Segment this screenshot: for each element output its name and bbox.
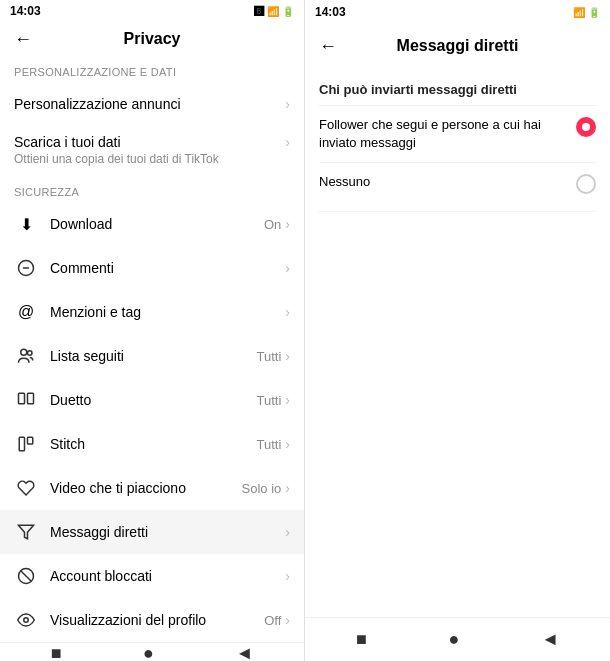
menu-item-visualizzazioni[interactable]: Visualizzazioni del profilo Off › xyxy=(0,598,304,642)
bottom-nav-left: ■ ● ◄ xyxy=(0,642,304,661)
nav-back-right[interactable]: ◄ xyxy=(541,629,559,650)
chevron-icon: › xyxy=(285,524,290,540)
radio-unselected-indicator xyxy=(576,174,596,194)
chevron-icon: › xyxy=(285,612,290,628)
menzioni-label: Menzioni e tag xyxy=(50,304,285,320)
right-header: ← Messaggi diretti xyxy=(305,24,610,68)
svg-marker-8 xyxy=(19,525,34,539)
right-panel: 14:03 📶 🔋 ← Messaggi diretti Chi può inv… xyxy=(305,0,610,661)
chevron-icon: › xyxy=(285,304,290,320)
stitch-label: Stitch xyxy=(50,436,257,452)
svg-rect-5 xyxy=(28,393,34,404)
lista-seguiti-value: Tutti xyxy=(257,349,282,364)
stitch-value: Tutti xyxy=(257,437,282,452)
chevron-icon: › xyxy=(285,436,290,452)
download-icon: ⬇ xyxy=(14,212,38,236)
menu-item-scarica[interactable]: Scarica i tuoi dati › Ottieni una copia … xyxy=(0,126,304,176)
svg-rect-6 xyxy=(19,437,24,451)
svg-rect-4 xyxy=(19,393,25,404)
nessuno-option-label: Nessuno xyxy=(319,173,566,191)
menu-item-lista-seguiti[interactable]: Lista seguiti Tutti › xyxy=(0,334,304,378)
status-bar-left: 14:03 🅱 📶 🔋 xyxy=(0,0,304,22)
menzioni-icon: @ xyxy=(14,300,38,324)
stitch-icon xyxy=(14,432,38,456)
video-piaciuti-icon xyxy=(14,476,38,500)
duetto-label: Duetto xyxy=(50,392,257,408)
lista-seguiti-icon xyxy=(14,344,38,368)
menu-item-duetto[interactable]: Duetto Tutti › xyxy=(0,378,304,422)
account-bloccati-icon xyxy=(14,564,38,588)
duetto-value: Tutti xyxy=(257,393,282,408)
bottom-nav-right: ■ ● ◄ xyxy=(305,617,610,661)
svg-rect-7 xyxy=(28,437,33,444)
messaggi-diretti-icon xyxy=(14,520,38,544)
section-personalization-label: PERSONALIZZAZIONE E DATI xyxy=(0,56,304,82)
menu-item-messaggi-diretti[interactable]: Messaggi diretti › xyxy=(0,510,304,554)
nav-back-left[interactable]: ◄ xyxy=(235,643,253,661)
right-section-title: Chi può inviarti messaggi diretti xyxy=(305,68,610,105)
chevron-icon: › xyxy=(285,568,290,584)
svg-line-10 xyxy=(21,571,32,582)
account-bloccati-label: Account bloccati xyxy=(50,568,285,584)
follower-option-label: Follower che segui e persone a cui hai i… xyxy=(319,116,566,152)
radio-option-nessuno[interactable]: Nessuno xyxy=(305,163,610,211)
menu-item-video-piaciuti[interactable]: Video che ti piacciono Solo io › xyxy=(0,466,304,510)
menu-item-download[interactable]: ⬇ Download On › xyxy=(0,202,304,246)
visualizzazioni-value: Off xyxy=(264,613,281,628)
section-security-label: SICUREZZA xyxy=(0,176,304,202)
messaggi-diretti-label: Messaggi diretti xyxy=(50,524,285,540)
visualizzazioni-icon xyxy=(14,608,38,632)
left-panel: 14:03 🅱 📶 🔋 ← Privacy PERSONALIZZAZIONE … xyxy=(0,0,305,661)
commenti-icon xyxy=(14,256,38,280)
nav-square-left[interactable]: ■ xyxy=(51,643,62,661)
chevron-icon: › xyxy=(285,392,290,408)
commenti-label: Commenti xyxy=(50,260,285,276)
back-button-left[interactable]: ← xyxy=(14,29,32,50)
chevron-icon: › xyxy=(285,260,290,276)
menu-item-personalizzazione-annunci[interactable]: Personalizzazione annunci › xyxy=(0,82,304,126)
scarica-desc: Ottieni una copia dei tuoi dati di TikTo… xyxy=(14,152,290,166)
back-button-right[interactable]: ← xyxy=(319,36,337,57)
svg-point-2 xyxy=(21,349,27,355)
divider-bottom xyxy=(319,211,596,212)
left-header: ← Privacy xyxy=(0,22,304,56)
chevron-icon: › xyxy=(285,480,290,496)
nav-square-right[interactable]: ■ xyxy=(356,629,367,650)
video-piaciuti-value: Solo io xyxy=(242,481,282,496)
scarica-chevron: › xyxy=(285,134,290,150)
menu-item-commenti[interactable]: Commenti › xyxy=(0,246,304,290)
left-page-title: Privacy xyxy=(124,30,181,48)
menu-item-menzioni[interactable]: @ Menzioni e tag › xyxy=(0,290,304,334)
download-label: Download xyxy=(50,216,264,232)
status-bar-right: 14:03 📶 🔋 xyxy=(305,0,610,24)
duetto-icon xyxy=(14,388,38,412)
nav-circle-right[interactable]: ● xyxy=(449,629,460,650)
status-icons-left: 🅱 📶 🔋 xyxy=(254,6,294,17)
right-page-title: Messaggi diretti xyxy=(397,37,519,55)
menu-item-stitch[interactable]: Stitch Tutti › xyxy=(0,422,304,466)
chevron-icon: › xyxy=(285,216,290,232)
chevron-icon: › xyxy=(285,348,290,364)
status-time-right: 14:03 xyxy=(315,5,346,19)
nav-circle-left[interactable]: ● xyxy=(143,643,154,661)
video-piaciuti-label: Video che ti piacciono xyxy=(50,480,242,496)
lista-seguiti-label: Lista seguiti xyxy=(50,348,257,364)
svg-point-11 xyxy=(24,618,29,623)
status-icons-right: 📶 🔋 xyxy=(573,7,600,18)
radio-option-follower[interactable]: Follower che segui e persone a cui hai i… xyxy=(305,106,610,162)
visualizzazioni-label: Visualizzazioni del profilo xyxy=(50,612,264,628)
radio-selected-indicator xyxy=(576,117,596,137)
status-time-left: 14:03 xyxy=(10,4,41,18)
download-value: On xyxy=(264,217,281,232)
menu-item-account-bloccati[interactable]: Account bloccati › xyxy=(0,554,304,598)
svg-point-3 xyxy=(28,351,33,356)
scarica-title: Scarica i tuoi dati xyxy=(14,134,121,150)
chevron-icon: › xyxy=(285,96,290,112)
personalizzazione-annunci-label: Personalizzazione annunci xyxy=(14,96,285,112)
